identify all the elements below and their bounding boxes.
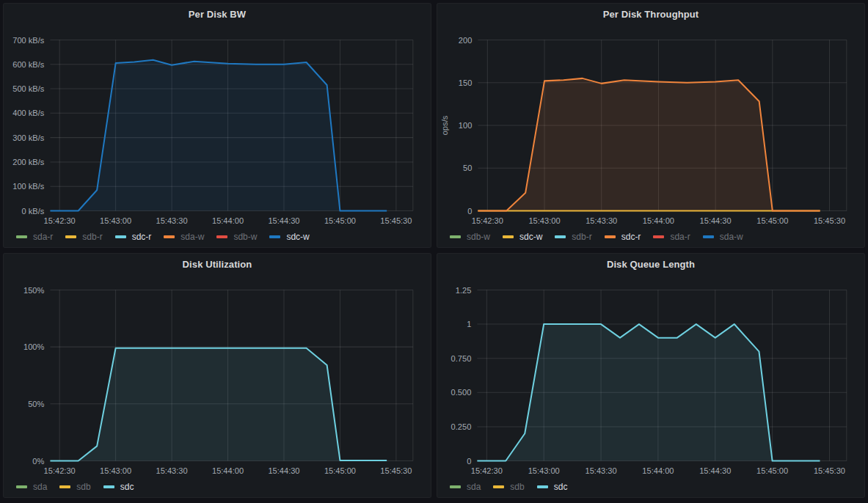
legend-item-sdb[interactable]: sdb bbox=[493, 482, 524, 492]
y-tick-label: 50 bbox=[463, 164, 472, 172]
legend-item-sda-r[interactable]: sda-r bbox=[653, 232, 690, 242]
y-tick-label: 600 kB/s bbox=[12, 60, 44, 69]
legend-color-swatch bbox=[555, 235, 566, 238]
legend-color-swatch bbox=[103, 485, 114, 488]
legend-item-sdb-r[interactable]: sdb-r bbox=[555, 232, 591, 242]
legend-color-swatch bbox=[450, 235, 461, 238]
legend-label: sdb bbox=[510, 482, 524, 492]
legend-label: sda-r bbox=[33, 232, 53, 242]
legend-label: sdb-w bbox=[233, 232, 257, 242]
legend-item-sda[interactable]: sda bbox=[16, 482, 47, 492]
y-tick-label: 1.25 bbox=[456, 285, 472, 294]
y-tick-label: 0.500 bbox=[451, 388, 472, 397]
legend-item-sdc-r[interactable]: sdc-r bbox=[605, 232, 641, 242]
legend-item-sdc-w[interactable]: sdc-w bbox=[503, 232, 542, 242]
chart-svg: 150%100%50%0%15:42:3015:43:0015:43:3015:… bbox=[4, 276, 431, 477]
chart-svg: 700 kB/s600 kB/s500 kB/s400 kB/s300 kB/s… bbox=[4, 26, 431, 227]
legend-color-swatch bbox=[503, 235, 514, 238]
y-tick-label: 400 kB/s bbox=[12, 109, 44, 117]
y-tick-label: 100% bbox=[23, 342, 44, 351]
legend-item-sda[interactable]: sda bbox=[450, 482, 481, 492]
y-tick-label: 0% bbox=[32, 457, 44, 466]
series-area-sdc-r bbox=[478, 78, 820, 211]
x-tick-label: 15:45:00 bbox=[324, 466, 356, 475]
x-tick-label: 15:45:00 bbox=[756, 216, 788, 225]
legend-item-sdb[interactable]: sdb bbox=[59, 482, 90, 492]
legend-item-sdc[interactable]: sdc bbox=[103, 482, 134, 492]
x-tick-label: 15:44:00 bbox=[643, 216, 674, 225]
y-tick-label: 100 kB/s bbox=[12, 182, 44, 191]
time-series-chart-per-disk-throughput[interactable]: 20015010050015:42:3015:43:0015:43:3015:4… bbox=[437, 26, 864, 227]
y-tick-label: 1 bbox=[467, 320, 471, 328]
panel-title-per-disk-throughput[interactable]: Per Disk Throughput bbox=[437, 4, 864, 26]
time-series-chart-per-disk-bw[interactable]: 700 kB/s600 kB/s500 kB/s400 kB/s300 kB/s… bbox=[4, 26, 431, 227]
panel-title-per-disk-bw[interactable]: Per Disk BW bbox=[4, 4, 431, 26]
x-tick-label: 15:45:00 bbox=[324, 216, 356, 225]
legend-item-sdc-r[interactable]: sdc-r bbox=[115, 232, 152, 242]
legend-color-swatch bbox=[703, 235, 714, 238]
x-tick-label: 15:44:30 bbox=[699, 466, 731, 475]
series-area-sdc bbox=[50, 348, 387, 461]
x-tick-label: 15:42:30 bbox=[44, 216, 76, 225]
legend-item-sda-w[interactable]: sda-w bbox=[703, 232, 743, 242]
chart-svg: 1.2510.7500.5000.250015:42:3015:43:0015:… bbox=[437, 276, 864, 477]
y-tick-label: 50% bbox=[28, 400, 44, 408]
legend-label: sda-w bbox=[180, 232, 204, 242]
x-tick-label: 15:44:00 bbox=[212, 466, 244, 475]
x-tick-label: 15:45:30 bbox=[380, 466, 412, 475]
time-series-chart-disk-queue-length[interactable]: 1.2510.7500.5000.250015:42:3015:43:0015:… bbox=[437, 276, 864, 477]
dashboard-grid: Per Disk BW 700 kB/s600 kB/s500 kB/s400 … bbox=[0, 0, 868, 503]
x-tick-label: 15:43:00 bbox=[528, 466, 560, 475]
legend-label: sdb-w bbox=[467, 232, 490, 242]
y-tick-label: 700 kB/s bbox=[12, 35, 44, 44]
x-tick-label: 15:43:30 bbox=[586, 216, 617, 225]
y-tick-label: 100 bbox=[459, 121, 472, 130]
x-tick-label: 15:44:00 bbox=[212, 216, 244, 225]
legend-label: sda bbox=[33, 482, 47, 492]
panel-disk-queue-length: Disk Queue Length 1.2510.7500.5000.25001… bbox=[437, 253, 865, 498]
legend-item-sda-w[interactable]: sda-w bbox=[164, 232, 204, 242]
y-axis-label: ops/s bbox=[440, 115, 449, 135]
chart-svg: 20015010050015:42:3015:43:0015:43:3015:4… bbox=[437, 26, 864, 227]
x-tick-label: 15:44:30 bbox=[268, 216, 299, 225]
legend-color-swatch bbox=[164, 235, 175, 238]
panel-title-disk-utilization[interactable]: Disk Utilization bbox=[4, 254, 431, 276]
legend-label: sdc bbox=[120, 482, 134, 492]
legend-label: sda bbox=[467, 482, 481, 492]
x-tick-label: 15:44:30 bbox=[700, 216, 732, 225]
y-tick-label: 200 bbox=[459, 35, 472, 44]
legend-color-swatch bbox=[269, 235, 280, 238]
legend-item-sdb-w[interactable]: sdb-w bbox=[450, 232, 490, 242]
y-tick-label: 200 kB/s bbox=[12, 158, 44, 166]
legend-label: sdc bbox=[554, 482, 568, 492]
legend-color-swatch bbox=[115, 235, 126, 238]
x-tick-label: 15:43:00 bbox=[100, 216, 131, 225]
y-tick-label: 150% bbox=[23, 285, 44, 294]
panel-per-disk-bw: Per Disk BW 700 kB/s600 kB/s500 kB/s400 … bbox=[3, 3, 431, 248]
legend-color-swatch bbox=[605, 235, 616, 238]
time-series-chart-disk-utilization[interactable]: 150%100%50%0%15:42:3015:43:0015:43:3015:… bbox=[4, 276, 431, 477]
legend-label: sdb bbox=[76, 482, 90, 492]
legend-per-disk-throughput: sdb-wsdc-wsdb-rsdc-rsda-rsda-w bbox=[437, 227, 864, 247]
legend-color-swatch bbox=[653, 235, 664, 238]
x-tick-label: 15:42:30 bbox=[471, 466, 503, 475]
x-tick-label: 15:42:30 bbox=[44, 466, 76, 475]
x-tick-label: 15:45:00 bbox=[756, 466, 788, 475]
legend-color-swatch bbox=[16, 485, 27, 488]
x-tick-label: 15:44:30 bbox=[268, 466, 299, 475]
legend-color-swatch bbox=[537, 485, 548, 488]
legend-item-sdb-r[interactable]: sdb-r bbox=[65, 232, 102, 242]
x-tick-label: 15:43:00 bbox=[528, 216, 560, 225]
x-tick-label: 15:45:30 bbox=[814, 466, 845, 475]
legend-item-sdb-w[interactable]: sdb-w bbox=[216, 232, 257, 242]
legend-item-sda-r[interactable]: sda-r bbox=[16, 232, 53, 242]
legend-label: sda-w bbox=[720, 232, 743, 242]
legend-disk-queue-length: sdasdbsdc bbox=[437, 477, 864, 497]
legend-item-sdc[interactable]: sdc bbox=[537, 482, 568, 492]
y-tick-label: 0.750 bbox=[451, 354, 472, 363]
panel-title-disk-queue-length[interactable]: Disk Queue Length bbox=[437, 254, 864, 276]
y-tick-label: 0 bbox=[467, 457, 471, 466]
x-tick-label: 15:42:30 bbox=[472, 216, 503, 225]
legend-item-sdc-w[interactable]: sdc-w bbox=[269, 232, 309, 242]
legend-label: sdc-w bbox=[286, 232, 309, 242]
